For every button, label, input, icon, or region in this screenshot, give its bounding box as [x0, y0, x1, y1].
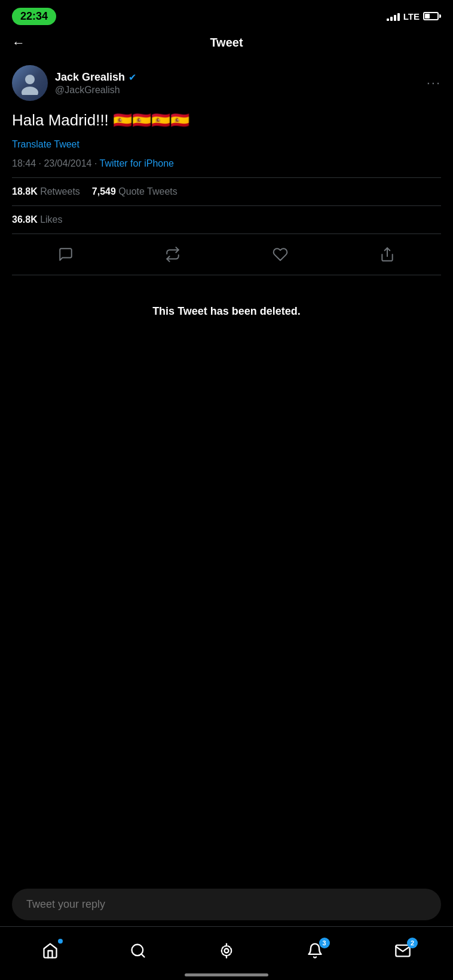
- retweets-count: 18.8K: [12, 186, 38, 196]
- tweet-author-row: Jack Grealish ✔ @JackGrealish ···: [12, 65, 441, 101]
- retweet-button[interactable]: [161, 242, 185, 266]
- tweet-meta: 18:44 · 23/04/2014 · Twitter for iPhone: [12, 158, 441, 169]
- battery-icon: [423, 12, 441, 20]
- nav-messages[interactable]: 2: [388, 938, 418, 964]
- svg-point-1: [22, 87, 38, 95]
- retweet-icon: [165, 247, 180, 262]
- likes-row: 36.8K Likes: [12, 214, 441, 225]
- svg-point-6: [222, 945, 231, 955]
- translate-link[interactable]: Translate Tweet: [12, 139, 441, 150]
- home-notification-dot: [58, 939, 63, 944]
- actions-row: [12, 234, 441, 275]
- reply-icon: [58, 247, 74, 262]
- tweet-source[interactable]: Twitter for iPhone: [100, 158, 175, 168]
- nav-search[interactable]: [123, 938, 153, 964]
- tweet-text: Hala Madrid!!! 🇪🇸🇪🇸🇪🇸🇪🇸: [12, 109, 441, 131]
- likes-count: 36.8K: [12, 214, 38, 225]
- status-right: LTE: [387, 11, 441, 21]
- divider-1: [12, 177, 441, 178]
- author-name: Jack Grealish: [55, 71, 125, 84]
- nav-notifications[interactable]: 3: [300, 938, 330, 964]
- home-icon: [42, 942, 59, 959]
- reply-input-container: [0, 883, 453, 926]
- tweet-container: Jack Grealish ✔ @JackGrealish ··· Hala M…: [0, 56, 453, 336]
- avatar[interactable]: [12, 65, 48, 101]
- heart-icon: [273, 247, 288, 262]
- quote-tweets-stat: 7,549 Quote Tweets: [92, 186, 177, 197]
- stats-row: 18.8K Retweets 7,549 Quote Tweets: [12, 186, 441, 197]
- author-left: Jack Grealish ✔ @JackGrealish: [12, 65, 136, 101]
- quote-tweets-count: 7,549: [92, 186, 116, 196]
- lte-label: LTE: [403, 11, 420, 21]
- back-button[interactable]: ←: [12, 35, 25, 51]
- signal-bars-icon: [387, 11, 400, 21]
- svg-point-0: [25, 75, 35, 84]
- home-indicator: [185, 973, 268, 976]
- author-name-row: Jack Grealish ✔: [55, 71, 136, 84]
- author-info: Jack Grealish ✔ @JackGrealish: [55, 71, 136, 96]
- verified-badge-icon: ✔: [128, 72, 136, 83]
- retweets-stat: 18.8K Retweets: [12, 186, 80, 197]
- messages-badge: 2: [407, 938, 418, 948]
- author-handle: @JackGrealish: [55, 85, 136, 96]
- nav-home[interactable]: [35, 938, 65, 964]
- tweet-timestamp: 18:44 · 23/04/2014 ·: [12, 158, 100, 168]
- svg-point-5: [224, 948, 228, 953]
- deleted-notice: This Tweet has been deleted.: [12, 287, 441, 336]
- reply-input[interactable]: [12, 889, 441, 920]
- status-time: 22:34: [12, 8, 56, 25]
- notifications-badge: 3: [319, 938, 330, 948]
- reply-button[interactable]: [54, 242, 78, 266]
- retweets-label: Retweets: [40, 186, 80, 196]
- quote-tweets-label: Quote Tweets: [118, 186, 177, 196]
- status-bar: 22:34 LTE: [0, 0, 453, 30]
- avatar-image: [18, 71, 42, 95]
- svg-line-4: [142, 954, 145, 957]
- more-options-button[interactable]: ···: [427, 75, 441, 91]
- spaces-icon: [218, 942, 235, 959]
- nav-spaces[interactable]: [212, 938, 241, 964]
- page-title: Tweet: [210, 36, 243, 50]
- header: ← Tweet: [0, 30, 453, 56]
- divider-2: [12, 205, 441, 206]
- share-button[interactable]: [375, 242, 399, 266]
- search-icon: [130, 942, 146, 959]
- share-icon: [379, 247, 395, 262]
- bottom-nav: 3 2: [0, 926, 453, 980]
- likes-label: Likes: [40, 214, 62, 225]
- like-button[interactable]: [268, 242, 292, 266]
